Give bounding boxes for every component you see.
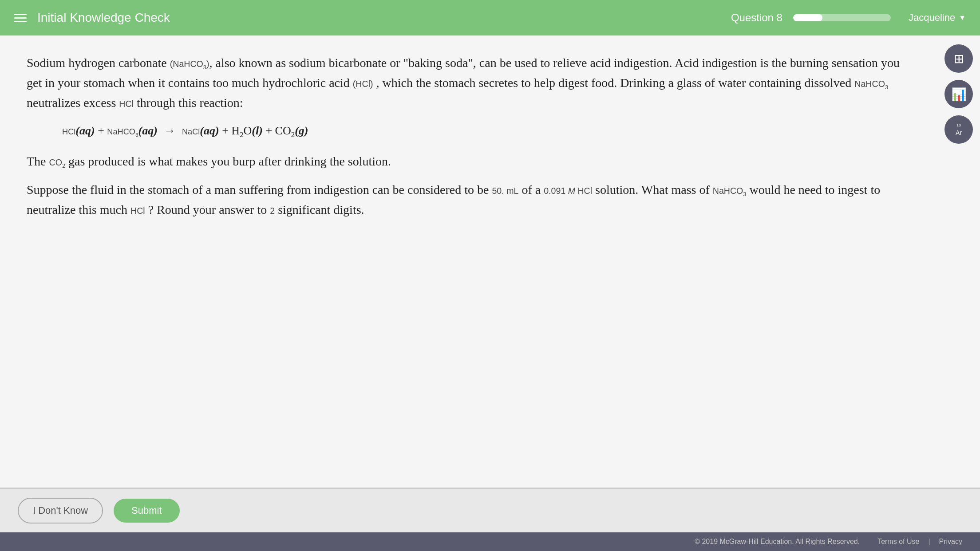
user-menu[interactable]: Jacqueline ▼ — [909, 12, 966, 24]
chart-button[interactable]: 📊 — [944, 80, 973, 108]
progress-bar-background — [793, 14, 891, 21]
paragraph-2: The CO2 gas produced is what makes you b… — [27, 152, 911, 172]
eq-nacl-state: (aq) — [200, 124, 219, 137]
eq-nahco3-state: (aq) — [138, 124, 158, 137]
volume-value: 50. mL — [492, 186, 518, 196]
question-label: Question 8 — [731, 12, 782, 24]
eq-co2-state: (g) — [295, 124, 308, 137]
eq-plus-3: + — [265, 124, 275, 137]
eq-co2: CO2 — [275, 124, 295, 137]
nahco3-formula: (NaHCO3) — [170, 59, 209, 69]
user-name: Jacqueline — [909, 12, 955, 24]
progress-bar-fill — [793, 14, 822, 21]
chart-icon: 📊 — [951, 87, 967, 102]
nahco3-text: NaHCO3 — [854, 79, 888, 89]
periodic-table-icon: 18Ar — [956, 123, 962, 136]
progress-section — [793, 14, 891, 21]
eq-nahco3: NaHCO3 — [107, 127, 138, 136]
eq-hcl-state: (aq) — [75, 124, 95, 137]
privacy-link[interactable]: Privacy — [939, 538, 962, 546]
paragraph-3: Suppose the fluid in the stomach of a ma… — [27, 180, 911, 220]
sidebar-tools: ⊞ 📊 18Ar — [937, 35, 980, 488]
divider-2: | — [928, 538, 930, 546]
chevron-down-icon: ▼ — [959, 14, 966, 22]
bottom-bar: I Don't Know Submit — [0, 488, 980, 532]
menu-icon[interactable] — [14, 14, 27, 22]
eq-h2o: H2O — [231, 124, 252, 137]
copyright-text: © 2019 McGraw-Hill Education. All Rights… — [695, 538, 860, 546]
eq-h2o-state: (l) — [252, 124, 263, 137]
calculator-button[interactable]: ⊞ — [944, 44, 973, 73]
eq-plus-1: + — [98, 124, 107, 137]
hcl-text: HCl — [119, 99, 134, 109]
content-area: Sodium hydrogen carbonate (NaHCO3), also… — [0, 35, 937, 488]
header: Initial Knowledge Check Question 8 Jacqu… — [0, 0, 980, 35]
calculator-icon: ⊞ — [954, 51, 964, 66]
terms-link[interactable]: Terms of Use — [877, 538, 919, 546]
nahco3-question: NaHCO3 — [713, 186, 747, 196]
submit-button[interactable]: Submit — [114, 499, 179, 523]
sig-digits: 2 — [270, 206, 275, 216]
footer: © 2019 McGraw-Hill Education. All Rights… — [0, 532, 980, 551]
passage-text: Sodium hydrogen carbonate (NaHCO3), also… — [27, 53, 911, 220]
eq-hcl: HCl — [62, 127, 75, 136]
periodic-table-button[interactable]: 18Ar — [944, 115, 973, 144]
hcl-question: HCl — [130, 206, 145, 216]
main-content: Sodium hydrogen carbonate (NaHCO3), also… — [0, 35, 980, 488]
eq-arrow: → — [164, 124, 175, 137]
paragraph-1: Sodium hydrogen carbonate (NaHCO3), also… — [27, 53, 911, 113]
dont-know-button[interactable]: I Don't Know — [18, 498, 103, 523]
chemical-equation: HCl(aq) + NaHCO3(aq) → NaCl(aq) + H2O(l)… — [62, 122, 911, 141]
eq-plus-2: + — [222, 124, 231, 137]
page-title: Initial Knowledge Check — [37, 11, 731, 25]
co2-text: CO2 — [49, 157, 65, 167]
hcl-formula-1: (HCl) — [353, 79, 373, 89]
eq-nacl: NaCl — [182, 127, 200, 136]
concentration-value: 0.091 M HCl — [544, 186, 592, 196]
